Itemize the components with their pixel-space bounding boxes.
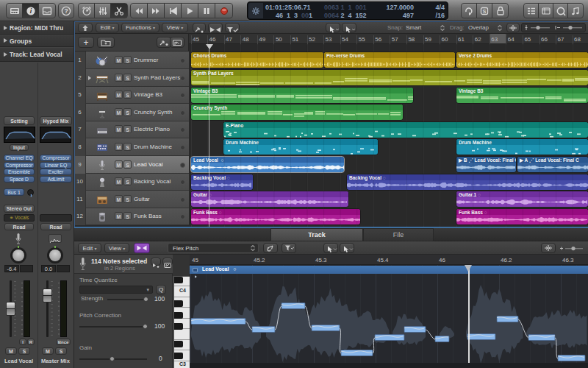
svg-text:?: ? xyxy=(64,7,68,15)
svg-text:S: S xyxy=(482,8,486,15)
